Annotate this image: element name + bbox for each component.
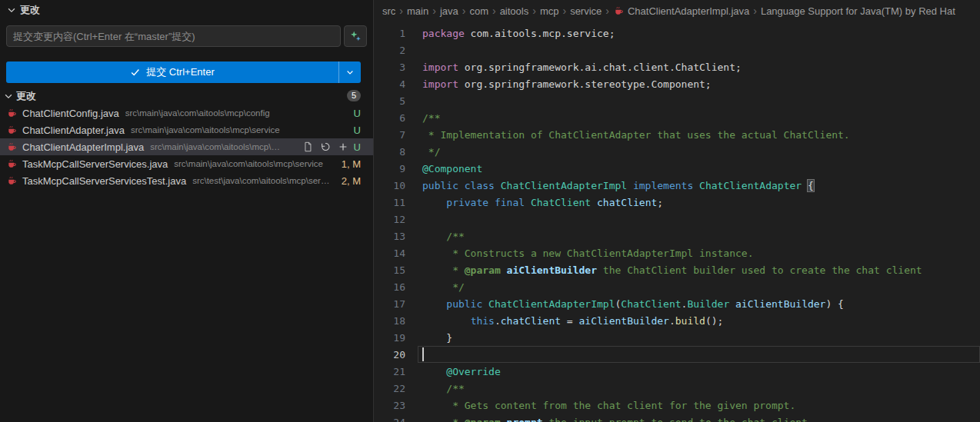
code-line-12[interactable]: 12	[375, 211, 980, 228]
code-line-13[interactable]: 13 /**	[375, 228, 980, 244]
line-number[interactable]: 17	[375, 298, 405, 310]
line-number[interactable]: 7	[375, 129, 405, 141]
line-content: }	[422, 332, 452, 344]
line-number[interactable]: 4	[375, 78, 405, 90]
line-number[interactable]: 22	[375, 383, 405, 394]
code-line-9[interactable]: 9@Component	[375, 160, 980, 177]
line-number[interactable]: 13	[375, 231, 405, 242]
scm-panel-header[interactable]: 更改	[0, 0, 373, 20]
code-token: /**	[446, 231, 464, 242]
changes-file-list: ChatClientConfig.javasrc\main\java\com\a…	[0, 105, 373, 189]
code-token: * Constructs a new ChatClientAdapterImpl…	[422, 248, 753, 259]
line-number[interactable]: 10	[375, 180, 405, 191]
code-token: ChatClientAdapterImpl	[488, 298, 615, 310]
line-number[interactable]: 3	[375, 61, 405, 73]
code-line-19[interactable]: 19 }	[375, 329, 980, 346]
code-line-6[interactable]: 6/**	[375, 109, 980, 126]
breadcrumb-separator: ›	[562, 5, 566, 17]
discard-changes-icon[interactable]	[318, 140, 332, 154]
changes-section-header[interactable]: 更改 5	[0, 88, 373, 105]
breadcrumb-item[interactable]: mcp	[540, 5, 559, 17]
code-token	[627, 180, 633, 191]
code-token	[422, 366, 446, 377]
line-number[interactable]: 23	[375, 400, 405, 411]
code-token: final	[495, 197, 525, 208]
code-line-3[interactable]: 3import org.springframework.ai.chat.clie…	[375, 58, 980, 75]
code-token	[422, 197, 446, 208]
current-line-highlight	[418, 346, 980, 363]
line-number[interactable]: 24	[375, 417, 405, 422]
breadcrumb-item[interactable]: main	[407, 5, 428, 17]
code-line-4[interactable]: 4import org.springframework.stereotype.C…	[375, 75, 980, 92]
line-number[interactable]: 11	[375, 197, 405, 208]
line-content: import org.springframework.stereotype.Co…	[422, 78, 712, 90]
code-line-20[interactable]: 20	[375, 346, 980, 363]
file-row[interactable]: ChatClientAdapter.javasrc\main\java\com\…	[0, 121, 373, 138]
code-line-24[interactable]: 24 * @param prompt the input prompt to s…	[375, 414, 980, 422]
code-line-8[interactable]: 8 */	[375, 143, 980, 160]
code-token: @Override	[446, 366, 500, 377]
breadcrumb-item[interactable]: src	[382, 5, 395, 17]
code-token: .	[495, 315, 501, 327]
breadcrumb-item[interactable]: com	[469, 5, 488, 17]
file-row[interactable]: TaskMcpCallServerServices.javasrc\main\j…	[0, 155, 373, 172]
commit-button[interactable]: 提交 Ctrl+Enter	[6, 61, 339, 83]
breadcrumb-item[interactable]: ChatClientAdapterImpl.java	[613, 5, 749, 17]
code-line-10[interactable]: 10public class ChatClientAdapterImpl imp…	[375, 177, 980, 194]
commit-message-input[interactable]	[6, 25, 341, 47]
code-token	[501, 264, 507, 276]
code-line-11[interactable]: 11 private final ChatClient chatClient;	[375, 194, 980, 211]
breadcrumb-item-label: ChatClientAdapterImpl.java	[628, 5, 749, 17]
code-token: org.springframework.stereotype.Component…	[458, 78, 712, 90]
line-number[interactable]: 18	[375, 315, 405, 327]
line-number[interactable]: 14	[375, 248, 405, 259]
breadcrumb-item-label: aitools	[500, 5, 529, 17]
code-line-18[interactable]: 18 this.chatClient = aiClientBuilder.bui…	[375, 312, 980, 329]
code-line-2[interactable]: 2	[375, 42, 980, 58]
code-line-15[interactable]: 15 * @param aiClientBuilder the ChatClie…	[375, 261, 980, 278]
code-line-21[interactable]: 21 @Override	[375, 363, 980, 380]
line-number[interactable]: 15	[375, 264, 405, 276]
line-number[interactable]: 1	[375, 28, 405, 39]
breadcrumb-item[interactable]: service	[570, 5, 602, 17]
code-area[interactable]: 1package com.aitools.mcp.service;23impor…	[375, 25, 980, 422]
code-token: }	[422, 332, 452, 344]
line-number[interactable]: 20	[375, 349, 405, 361]
changes-count-badge: 5	[347, 90, 361, 101]
code-token	[482, 298, 488, 310]
code-editor: src›main›java›com›aitools›mcp›service›Ch…	[375, 0, 980, 422]
line-number[interactable]: 2	[375, 45, 405, 56]
code-token: @param	[465, 264, 501, 276]
line-number[interactable]: 12	[375, 214, 405, 225]
line-number[interactable]: 5	[375, 95, 405, 107]
generate-commit-message-button[interactable]	[344, 25, 367, 47]
breadcrumb-item[interactable]: aitools	[500, 5, 529, 17]
stage-changes-icon[interactable]	[336, 140, 350, 154]
commit-dropdown-button[interactable]	[339, 61, 361, 83]
line-number[interactable]: 19	[375, 332, 405, 344]
code-line-22[interactable]: 22 /**	[375, 380, 980, 397]
code-line-23[interactable]: 23 * Gets content from the chat client f…	[375, 397, 980, 414]
code-token	[729, 298, 735, 310]
breadcrumb-separator: ›	[432, 5, 436, 17]
breadcrumb-item[interactable]: java	[440, 5, 458, 17]
file-row[interactable]: ChatClientConfig.javasrc\main\java\com\a…	[0, 105, 373, 121]
line-number[interactable]: 6	[375, 112, 405, 124]
file-path: src\main\java\com\aitools\mcp\config	[125, 108, 270, 118]
code-line-16[interactable]: 16 */	[375, 278, 980, 295]
breadcrumb-separator: ›	[753, 5, 757, 17]
code-line-7[interactable]: 7 * Implementation of ChatClientAdapter …	[375, 126, 980, 143]
line-number[interactable]: 16	[375, 281, 405, 293]
code-line-5[interactable]: 5	[375, 92, 980, 109]
code-line-1[interactable]: 1package com.aitools.mcp.service;	[375, 25, 980, 42]
line-number[interactable]: 21	[375, 366, 405, 377]
line-number[interactable]: 8	[375, 146, 405, 158]
code-line-17[interactable]: 17 public ChatClientAdapterImpl(ChatClie…	[375, 295, 980, 312]
code-token	[525, 197, 531, 208]
code-line-14[interactable]: 14 * Constructs a new ChatClientAdapterI…	[375, 244, 980, 261]
breadcrumb-item[interactable]: Language Support for Java(TM) by Red Hat	[761, 5, 955, 17]
file-row[interactable]: TaskMcpCallServerServicesTest.javasrc\te…	[0, 172, 373, 189]
file-row[interactable]: ChatClientAdapterImpl.javasrc\main\java\…	[0, 138, 373, 155]
line-number[interactable]: 9	[375, 163, 405, 174]
open-file-icon[interactable]	[301, 140, 315, 154]
